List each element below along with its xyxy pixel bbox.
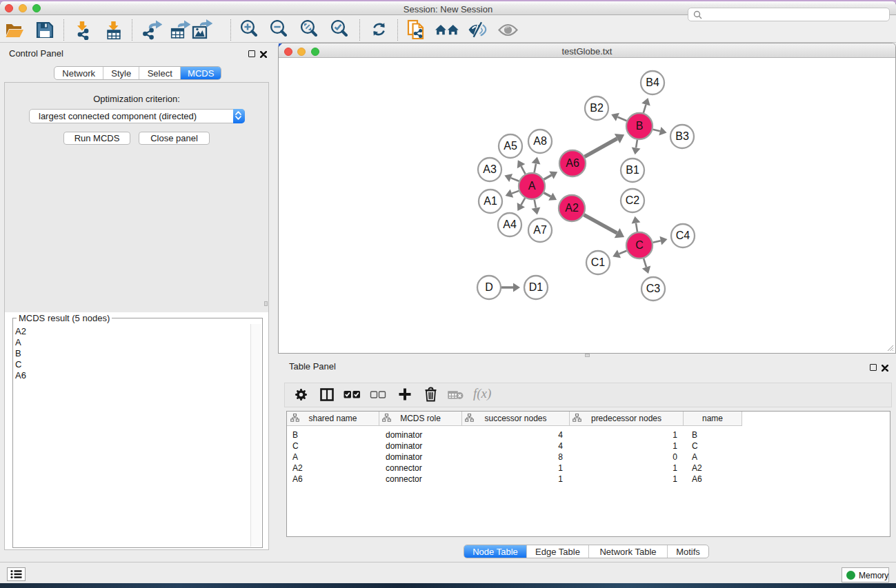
svg-text:C1: C1	[591, 256, 606, 268]
svg-text:A8: A8	[533, 135, 547, 147]
svg-text:A7: A7	[533, 224, 547, 236]
svg-text:A1: A1	[484, 195, 497, 207]
svg-text:B: B	[636, 120, 644, 132]
svg-text:C: C	[635, 239, 644, 251]
svg-text:C2: C2	[626, 194, 640, 206]
svg-text:A6: A6	[566, 157, 579, 169]
svg-text:B1: B1	[626, 164, 639, 176]
svg-text:B2: B2	[590, 102, 604, 114]
svg-text:D: D	[485, 281, 493, 293]
svg-text:A2: A2	[565, 202, 579, 214]
svg-text:A: A	[528, 180, 536, 192]
svg-text:C4: C4	[676, 230, 690, 241]
svg-text:A3: A3	[483, 163, 497, 175]
svg-text:A5: A5	[504, 140, 517, 152]
svg-text:D1: D1	[529, 281, 544, 293]
svg-text:B3: B3	[675, 130, 689, 142]
svg-text:B4: B4	[646, 77, 659, 88]
svg-text:A4: A4	[503, 219, 517, 230]
svg-text:C3: C3	[646, 283, 661, 294]
